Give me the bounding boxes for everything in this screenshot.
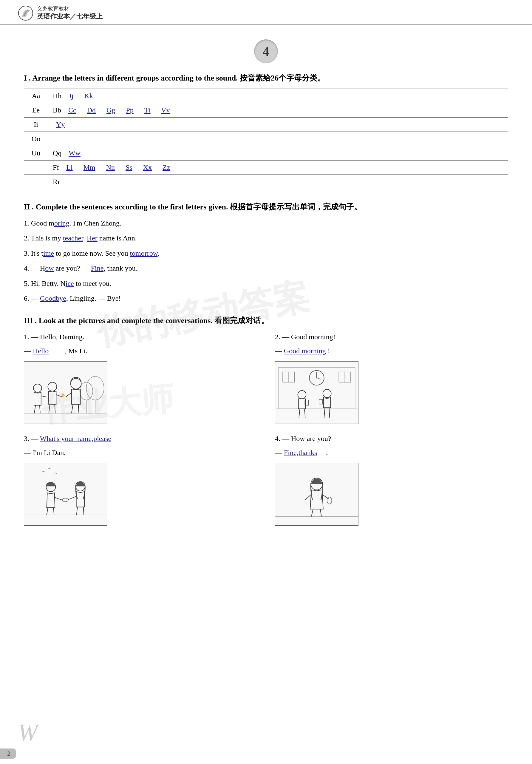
sentence1-answer: oring	[54, 219, 70, 227]
section3-heading-en: III . Look at the pictures and complete …	[24, 316, 213, 325]
page: 你的移动答案 作业大师 义务教育教材 英语作业本／七年级上 4 I . Arra…	[0, 0, 532, 764]
sentence2-answer1: teacher	[63, 234, 83, 242]
sentence3-mid: to go home now. See you	[54, 249, 130, 257]
answer-dd: Dd	[87, 106, 96, 114]
section2-heading-en: II . Complete the sentences according to…	[24, 203, 228, 211]
bottom-page-num: 2	[0, 748, 16, 759]
label-aa: Aa	[24, 89, 48, 103]
sentence4-answer2: Fine	[91, 264, 104, 272]
conv4-answer: Fine,thanks	[284, 449, 317, 457]
letters-table: Aa Hh Jj Kk Ee Bb Cc	[24, 89, 508, 189]
sentence2-mid: .	[83, 234, 87, 242]
row-ee-content: Bb Cc Dd Gg Pp Tt Vv	[48, 103, 508, 117]
section2: II . Complete the sentences according to…	[24, 201, 508, 304]
table-row: Rr	[24, 175, 508, 189]
conv1-line2: — Hello , Ms Li.	[24, 345, 257, 356]
sentence5-answer: ice	[66, 280, 74, 287]
answer-jj: Jj	[69, 92, 73, 99]
conv3-illus	[24, 463, 107, 525]
answer-nn: Nn	[106, 163, 115, 171]
sentence6-after: , Lingling. — Bye!	[66, 294, 121, 302]
sentence3-answer2: tomorrow	[130, 249, 157, 257]
conv3-image	[24, 463, 107, 526]
sentence-6: 6. — Goodbye, Lingling. — Bye!	[24, 292, 508, 304]
conv-3: 3. — What's your name,please — I'm Li Da…	[24, 433, 257, 526]
answer-gg: Gg	[106, 106, 115, 114]
main-content: I . Arrange the letters in different gro…	[0, 72, 532, 538]
row-uu-content: Qq Ww	[48, 146, 508, 160]
answer-cc: Cc	[68, 106, 76, 114]
table-row: Ee Bb Cc Dd Gg Pp Tt	[24, 103, 508, 117]
section3-heading: III . Look at the pictures and complete …	[24, 315, 508, 326]
sentence3-before: 3. It's t	[24, 249, 43, 257]
sentence4-mid: are you? —	[54, 264, 91, 272]
sentence1-before: 1. Good m	[24, 219, 54, 227]
table-row: Uu Qq Ww	[24, 146, 508, 160]
label-empty2	[24, 175, 48, 189]
table-row: Ii Yy	[24, 117, 508, 132]
answer-pp: Pp	[126, 106, 133, 114]
answer-vv: Vv	[161, 106, 170, 114]
row-oo-content	[48, 132, 508, 146]
sentence6-before: 6. —	[24, 294, 40, 302]
bottom-bar: 2	[0, 748, 532, 759]
conv-2: 2. — Good morning! — Good morning !	[275, 331, 508, 424]
label-uu: Uu	[24, 146, 48, 160]
header-text: 义务教育教材 英语作业本／七年级上	[37, 5, 102, 21]
section1-heading-en: I . Arrange the letters in different gro…	[24, 74, 238, 82]
conv2-illus	[275, 362, 358, 424]
page-circle: 4	[254, 39, 278, 63]
sentence2-answer2: Her	[87, 234, 97, 242]
label-ii: Ii	[24, 117, 48, 132]
sentence5-before: 5. Hi, Betty. N	[24, 280, 66, 287]
conv1-image: ✋	[24, 361, 107, 424]
section2-heading: II . Complete the sentences according to…	[24, 201, 508, 213]
answer-yy: Yy	[56, 120, 65, 128]
conv3-line1: 3. — What's your name,please	[24, 433, 257, 444]
sentence-1: 1. Good moring. I'm Chen Zhong.	[24, 218, 508, 229]
row-ff-content: Ff Ll Mm Nn Ss Xx Zz	[48, 160, 508, 175]
conv-4: 4. — How are you? — Fine,thanks .	[275, 433, 508, 526]
logo-icon	[18, 5, 33, 21]
section1-heading-cn: 按音素给26个字母分类。	[240, 74, 325, 82]
answer-mm: Mm	[84, 163, 95, 171]
answer-zz: Zz	[162, 163, 170, 171]
svg-text:✋: ✋	[61, 393, 66, 397]
section1: I . Arrange the letters in different gro…	[24, 72, 508, 189]
sentence3-answer1: ime	[43, 249, 54, 257]
bottom-w-letter: W	[18, 719, 38, 746]
conv1-line1: 1. — Hello, Daming.	[24, 331, 257, 342]
table-row: Aa Hh Jj Kk	[24, 89, 508, 103]
section3: III . Look at the pictures and complete …	[24, 315, 508, 526]
conv-1: 1. — Hello, Daming. — Hello , Ms Li.	[24, 331, 257, 424]
header-bottom-label: 英语作业本／七年级上	[37, 12, 102, 21]
sentence2-after: name is Ann.	[97, 234, 137, 242]
sentence3-after: .	[158, 249, 160, 257]
svg-rect-1	[24, 362, 107, 424]
sentence5-after: to meet you.	[74, 280, 111, 287]
sentence-3: 3. It's time to go home now. See you tom…	[24, 248, 508, 259]
conv2-answer: Good morning	[284, 347, 326, 355]
conv2-line2: — Good morning !	[275, 345, 508, 356]
header: 义务教育教材 英语作业本／七年级上	[0, 0, 532, 25]
page-number-area: 4	[0, 39, 532, 63]
answer-ss: Ss	[125, 163, 132, 171]
label-ee: Ee	[24, 103, 48, 117]
row-rr-content: Rr	[48, 175, 508, 189]
conv2-line1: 2. — Good morning!	[275, 331, 508, 342]
header-top-label: 义务教育教材	[37, 5, 102, 12]
sentence2-before: 2. This is my	[24, 234, 63, 242]
section3-heading-cn: 看图完成对话。	[214, 316, 269, 325]
sentence4-before: 4. — H	[24, 264, 45, 272]
svg-rect-42	[24, 463, 107, 525]
label-empty1	[24, 160, 48, 175]
sentence-4: 4. — How are you? — Fine, thank you.	[24, 263, 508, 274]
sentence1-after: . I'm Chen Zhong.	[70, 219, 121, 227]
table-row: Ff Ll Mm Nn Ss Xx Zz	[24, 160, 508, 175]
conv4-line2: — Fine,thanks .	[275, 447, 508, 458]
sentence-2: 2. This is my teacher. Her name is Ann.	[24, 232, 508, 244]
logo-area: 义务教育教材 英语作业本／七年级上	[18, 5, 102, 21]
answer-xx: Xx	[143, 163, 152, 171]
conv4-image	[275, 463, 358, 526]
sentence-5: 5. Hi, Betty. Nice to meet you.	[24, 278, 508, 289]
